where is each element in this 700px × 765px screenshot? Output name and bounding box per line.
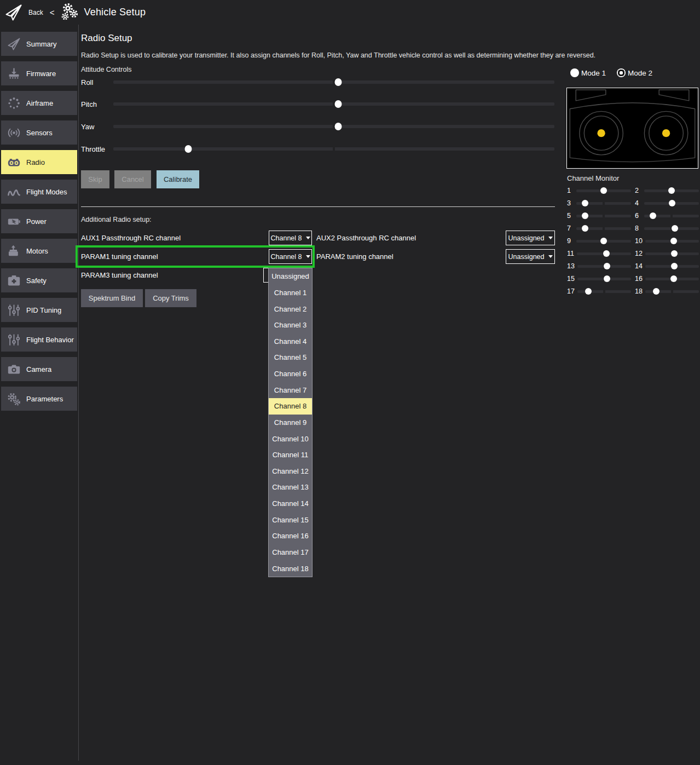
channel-monitor-row-16: 16	[635, 275, 699, 283]
channel-value-dot	[582, 212, 588, 219]
channel-monitor-row-12: 12	[635, 250, 699, 257]
mode-2-radio[interactable]: Mode 2	[617, 68, 652, 77]
attitude-slider-throttle: Throttle	[81, 145, 555, 153]
sidebar-item-sensors[interactable]: Sensors	[1, 120, 77, 145]
channel-monitor-row-4: 4	[635, 199, 699, 207]
param3-label: PARAM3 tuning channel	[81, 268, 158, 283]
channel-value-dot	[604, 275, 610, 282]
channel-monitor: 123456789101112131415161718	[567, 187, 699, 295]
dropdown-option-unassigned[interactable]: Unassigned	[269, 268, 312, 285]
channel-value-dot	[670, 238, 677, 244]
attitude-slider-roll: Roll	[81, 78, 555, 86]
channel-number: 10	[635, 237, 643, 245]
dropdown-option-channel-18[interactable]: Channel 18	[269, 560, 312, 577]
channel-track	[644, 189, 699, 192]
channel-value-dot	[668, 187, 675, 194]
dropdown-option-channel-13[interactable]: Channel 13	[269, 479, 312, 496]
sidebar-item-firmware[interactable]: Firmware	[1, 61, 77, 85]
dropdown-option-channel-8[interactable]: Channel 8	[269, 398, 312, 415]
sidebar-item-label: Flight Behavior	[26, 336, 74, 344]
channel-monitor-row-10: 10	[635, 237, 699, 245]
safety-icon	[1, 273, 26, 288]
dropdown-option-channel-1[interactable]: Channel 1	[269, 285, 312, 301]
chevron-down-icon	[306, 237, 310, 239]
channel-monitor-row-13: 13	[567, 262, 631, 270]
slider-thumb	[185, 145, 192, 153]
sidebar-item-label: Firmware	[26, 70, 56, 78]
channel-track	[576, 215, 631, 217]
channel-track	[644, 227, 699, 230]
channel-number: 7	[567, 225, 574, 232]
sidebar-item-pid-tuning[interactable]: PID Tuning	[1, 298, 77, 322]
mode-1-radio[interactable]: Mode 1	[570, 68, 606, 77]
mode-1-label: Mode 1	[581, 69, 606, 77]
radio-setup-panel: Radio Setup Radio Setup is used to calib…	[81, 25, 555, 758]
attitude-slider-label: Roll	[81, 78, 113, 87]
channel-track	[645, 278, 699, 280]
dropdown-option-channel-2[interactable]: Channel 2	[269, 301, 312, 317]
channel-value-dot	[653, 288, 659, 295]
aux1-label: AUX1 Passthrough RC channel	[81, 231, 181, 245]
sidebar-item-camera[interactable]: Camera	[1, 357, 77, 381]
channel-value-dot	[671, 250, 678, 257]
paper-plane-icon	[1, 37, 26, 51]
chevron-down-icon	[306, 255, 310, 258]
qgc-logo-icon	[2, 2, 25, 24]
channel-value-dot	[670, 275, 677, 282]
section-description: Radio Setup is used to calibrate your tr…	[81, 51, 595, 59]
channel-track	[645, 240, 699, 243]
dropdown-option-channel-14[interactable]: Channel 14	[269, 496, 312, 512]
back-button[interactable]: Back	[28, 9, 43, 16]
slider-track	[113, 80, 554, 84]
copy-trims-button[interactable]: Copy Trims	[145, 289, 196, 307]
dropdown-option-channel-7[interactable]: Channel 7	[269, 382, 312, 398]
dropdown-option-channel-9[interactable]: Channel 9	[269, 415, 312, 431]
radio-goggles-icon	[1, 155, 26, 170]
transmitter-sticks-image	[566, 88, 698, 169]
sidebar-item-radio[interactable]: Radio	[1, 150, 77, 174]
aux1-channel-value: Channel 8	[271, 234, 302, 242]
channel-monitor-row-1: 1	[567, 187, 631, 194]
dropdown-option-channel-5[interactable]: Channel 5	[269, 349, 312, 366]
calibrate-button[interactable]: Calibrate	[157, 170, 199, 188]
radio-button-icon	[617, 68, 626, 77]
dropdown-option-channel-3[interactable]: Channel 3	[269, 317, 312, 333]
sidebar-item-flight-behavior[interactable]: Flight Behavior	[1, 327, 77, 352]
top-bar: Back < Vehicle Setup	[0, 0, 700, 25]
aux1-channel-dropdown[interactable]: Channel 8	[269, 231, 312, 245]
dropdown-option-channel-12[interactable]: Channel 12	[269, 463, 312, 480]
sidebar-item-label: Radio	[26, 158, 45, 166]
cancel-button[interactable]: Cancel	[114, 170, 151, 188]
dropdown-option-channel-10[interactable]: Channel 10	[269, 430, 312, 447]
channel-monitor-row-11: 11	[567, 250, 631, 257]
channel-number: 11	[567, 250, 574, 257]
sidebar-item-flight-modes[interactable]: Flight Modes	[1, 180, 77, 204]
param1-channel-dropdown[interactable]: Channel 8	[269, 249, 312, 264]
parameters-icon	[1, 392, 26, 406]
dropdown-option-channel-6[interactable]: Channel 6	[269, 366, 312, 382]
sidebar-item-label: PID Tuning	[26, 306, 61, 314]
channel-track	[576, 189, 631, 192]
attitude-slider-yaw: Yaw	[81, 123, 555, 130]
aux2-channel-dropdown[interactable]: Unassigned	[506, 231, 555, 245]
skip-button[interactable]: Skip	[81, 170, 109, 188]
slider-track	[113, 125, 554, 128]
dropdown-option-channel-11[interactable]: Channel 11	[269, 447, 312, 463]
sidebar-item-parameters[interactable]: Parameters	[1, 387, 77, 411]
attitude-slider-label: Pitch	[81, 100, 113, 108]
spektrum-bind-button[interactable]: Spektrum Bind	[81, 289, 143, 307]
param2-channel-dropdown[interactable]: Unassigned	[506, 249, 555, 264]
camera-icon	[1, 362, 26, 377]
dropdown-option-channel-15[interactable]: Channel 15	[269, 511, 312, 528]
channel-number: 17	[567, 287, 575, 295]
sidebar-item-airframe[interactable]: Airframe	[1, 91, 77, 115]
flight-modes-icon	[1, 185, 26, 199]
sidebar-item-power[interactable]: Power	[1, 209, 77, 233]
dropdown-option-channel-17[interactable]: Channel 17	[269, 544, 312, 561]
sidebar-item-summary[interactable]: Summary	[1, 32, 77, 56]
chevron-down-icon	[548, 255, 553, 258]
dropdown-option-channel-4[interactable]: Channel 4	[269, 333, 312, 350]
sidebar-item-motors[interactable]: Motors	[1, 239, 77, 263]
dropdown-option-channel-16[interactable]: Channel 16	[269, 528, 312, 544]
sidebar-item-safety[interactable]: Safety	[1, 268, 77, 292]
